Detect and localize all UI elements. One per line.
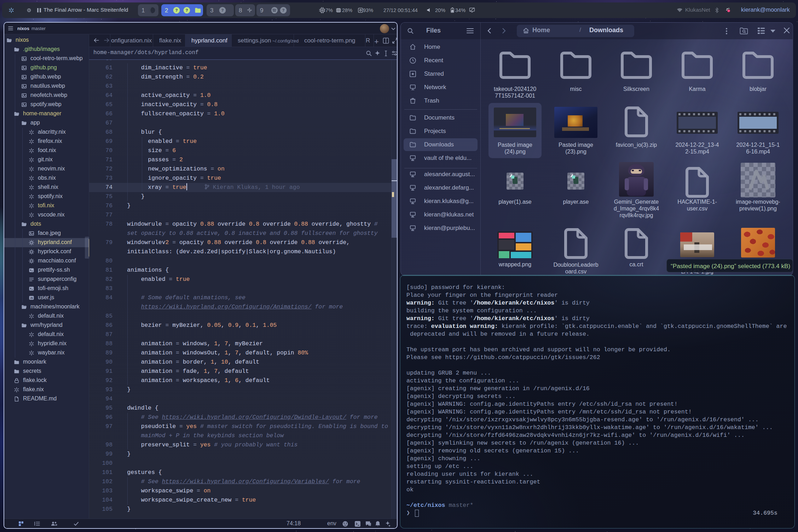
svg-text:JS: JS <box>30 297 33 299</box>
svg-text:?: ? <box>221 8 224 12</box>
svg-text:?: ? <box>186 8 188 12</box>
svg-text:?: ? <box>282 8 285 12</box>
svg-text:?: ? <box>175 8 178 12</box>
